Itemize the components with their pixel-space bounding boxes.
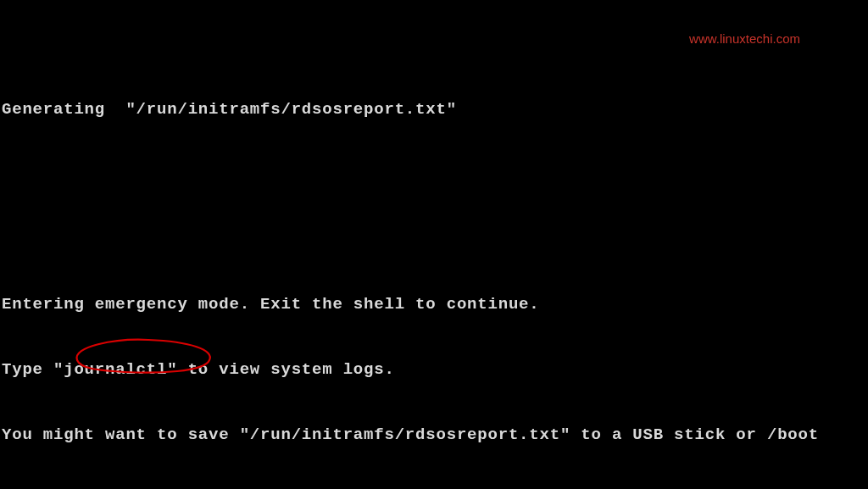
terminal-screen[interactable]: www.linuxtechi.com Generating "/run/init… xyxy=(0,0,868,489)
output-line-generating: Generating "/run/initramfs/rdsosreport.t… xyxy=(2,99,861,121)
output-line-journalctl: Type "journalctl" to view system logs. xyxy=(2,359,861,381)
output-line-save-1: You might want to save "/run/initramfs/r… xyxy=(2,425,861,447)
watermark: www.linuxtechi.com xyxy=(689,31,800,47)
annotation-ellipse xyxy=(22,313,216,404)
output-line-emergency: Entering emergency mode. Exit the shell … xyxy=(2,294,861,316)
